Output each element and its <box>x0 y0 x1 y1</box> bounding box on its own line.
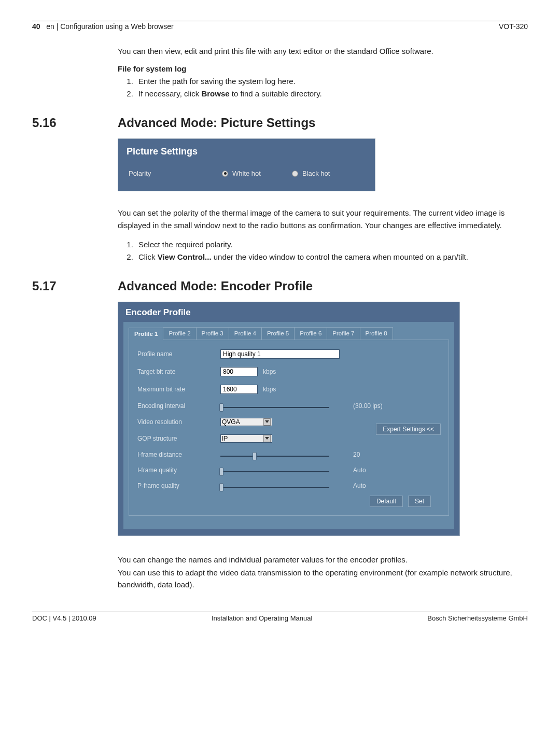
iframe-distance-value: 20 <box>353 451 389 458</box>
slider-thumb-icon <box>219 403 223 412</box>
pframe-quality-label: P-frame quality <box>137 482 220 489</box>
list-item: Select the required polarity. <box>135 238 523 251</box>
slider-thumb-icon <box>253 452 257 460</box>
radio-black-hot[interactable]: Black hot <box>292 170 330 177</box>
section-number: 5.16 <box>32 116 118 130</box>
radio-white-hot[interactable]: White hot <box>222 170 261 177</box>
tab-profile-8[interactable]: Profile 8 <box>360 327 393 340</box>
list-item: Click View Control... under the video wi… <box>135 251 523 263</box>
panel-title: Picture Settings <box>118 139 375 162</box>
gop-structure-label: GOP structure <box>137 435 220 442</box>
target-bitrate-input[interactable]: 800 <box>220 367 258 376</box>
chevron-down-icon <box>263 435 271 442</box>
set-button[interactable]: Set <box>408 496 431 507</box>
section-title: Advanced Mode: Encoder Profile <box>118 279 313 293</box>
video-resolution-label: Video resolution <box>137 418 220 426</box>
encoder-profile-panel: Encoder Profile Profile 1 Profile 2 Prof… <box>118 302 460 536</box>
select-value: QVGA <box>222 418 240 426</box>
polarity-paragraph: You can set the polarity of the thermal … <box>118 207 523 231</box>
encoder-para-1: You can change the names and individual … <box>118 554 523 566</box>
iframe-distance-label: I-frame distance <box>137 451 220 458</box>
unit-kbps: kbps <box>263 368 276 375</box>
slider-thumb-icon <box>219 468 223 476</box>
iframe-distance-slider[interactable] <box>220 456 329 457</box>
select-value: IP <box>222 435 228 442</box>
polarity-label: Polarity <box>129 170 191 177</box>
video-resolution-select[interactable]: QVGA <box>220 418 272 426</box>
footer-left: DOC | V4.5 | 2010.09 <box>32 614 96 622</box>
footer-center: Installation and Operating Manual <box>212 614 312 622</box>
encoding-interval-slider[interactable] <box>220 407 329 408</box>
max-bitrate-input[interactable]: 1600 <box>220 385 258 394</box>
polarity-steps: Select the required polarity. Click View… <box>118 238 523 263</box>
radio-icon <box>292 171 298 177</box>
iframe-quality-value: Auto <box>353 467 389 474</box>
radio-label: White hot <box>232 170 261 177</box>
profile-tabs: Profile 1 Profile 2 Profile 3 Profile 4 … <box>129 327 449 340</box>
encoding-interval-label: Encoding interval <box>137 402 220 410</box>
tab-profile-7[interactable]: Profile 7 <box>327 327 360 340</box>
tab-profile-3[interactable]: Profile 3 <box>196 327 229 340</box>
tab-profile-5[interactable]: Profile 5 <box>261 327 295 340</box>
unit-kbps: kbps <box>263 386 276 393</box>
breadcrumb: en | Configuration using a Web browser <box>46 22 173 31</box>
tab-profile-4[interactable]: Profile 4 <box>229 327 262 340</box>
profile-name-label: Profile name <box>137 350 220 358</box>
panel-title: Encoder Profile <box>118 302 459 322</box>
pframe-quality-value: Auto <box>353 482 389 489</box>
list-item: Enter the path for saving the system log… <box>135 75 523 88</box>
page-number: 40 <box>32 22 40 31</box>
footer-right: Bosch Sicherheitssysteme GmbH <box>427 614 528 622</box>
radio-label: Black hot <box>302 170 330 177</box>
pframe-quality-slider[interactable] <box>220 487 329 488</box>
chevron-down-icon <box>263 418 271 426</box>
target-bitrate-label: Target bit rate <box>137 368 220 375</box>
iframe-quality-slider[interactable] <box>220 471 329 472</box>
tab-profile-2[interactable]: Profile 2 <box>163 327 196 340</box>
profile-name-input[interactable]: High quality 1 <box>220 349 340 359</box>
gop-structure-select[interactable]: IP <box>220 434 272 443</box>
max-bitrate-label: Maximum bit rate <box>137 386 220 393</box>
page-footer: DOC | V4.5 | 2010.09 Installation and Op… <box>32 614 528 622</box>
file-log-heading: File for system log <box>118 64 523 73</box>
intro-paragraph: You can then view, edit and print this f… <box>118 45 523 57</box>
section-number: 5.17 <box>32 279 118 293</box>
tab-profile-6[interactable]: Profile 6 <box>294 327 327 340</box>
header-left: 40 en | Configuration using a Web browse… <box>32 22 174 31</box>
iframe-quality-label: I-frame quality <box>137 467 220 474</box>
encoding-interval-value: (30.00 ips) <box>353 402 389 410</box>
tab-profile-1[interactable]: Profile 1 <box>129 328 163 340</box>
file-log-steps: Enter the path for saving the system log… <box>118 75 523 100</box>
page-header: 40 en | Configuration using a Web browse… <box>32 22 528 31</box>
slider-thumb-icon <box>219 483 223 491</box>
header-model: VOT-320 <box>499 22 528 31</box>
picture-settings-panel: Picture Settings Polarity White hot Blac… <box>118 138 375 191</box>
expert-settings-button[interactable]: Expert Settings << <box>376 424 441 435</box>
default-button[interactable]: Default <box>370 496 403 507</box>
encoder-para-2: You can use this to adapt the video data… <box>118 567 523 591</box>
section-title: Advanced Mode: Picture Settings <box>118 116 315 130</box>
radio-icon <box>222 171 228 177</box>
list-item: If necessary, click Browse to find a sui… <box>135 88 523 100</box>
